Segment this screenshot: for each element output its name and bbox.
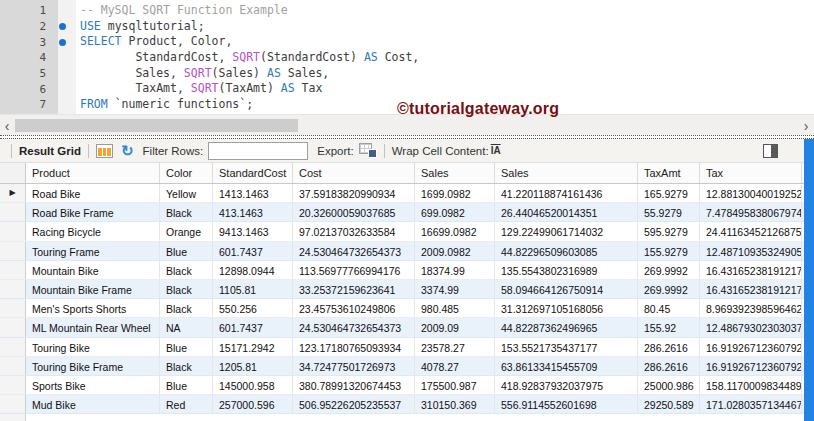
table-cell[interactable]: 31.312697105168056 [495,299,638,317]
table-row[interactable]: Mountain Bike FrameBlack1105.8133.253721… [0,280,804,299]
table-cell[interactable]: Black [160,280,213,298]
table-cell[interactable]: 12.486793023030373 [700,318,802,336]
table-cell[interactable]: 699.0982 [415,203,495,221]
table-cell[interactable]: 23578.27 [415,338,495,356]
code-line[interactable]: Sales, SQRT(Sales) AS Sales, [80,66,419,82]
wrap-cell-content-icon[interactable]: IA [491,145,501,156]
table-cell[interactable]: Blue [160,242,213,260]
column-header[interactable]: StandardCost [213,163,293,183]
table-row[interactable]: Touring BikeBlue15171.2942123.1718076509… [0,338,804,357]
table-cell[interactable]: Black [160,357,213,375]
table-cell[interactable]: 4078.27 [415,357,495,375]
result-grid-icon[interactable] [96,144,113,158]
table-cell[interactable]: 135.5543802316989 [495,261,638,279]
panel-toggle-icon[interactable] [763,144,778,158]
table-row[interactable]: Men's Sports ShortsBlack550.25623.457536… [0,299,804,318]
table-cell[interactable]: 33.25372159623641 [293,280,415,298]
table-row[interactable]: Touring Bike FrameBlack1205.8134.7247750… [0,357,804,376]
table-cell[interactable]: 24.41163452126875 [700,222,802,240]
table-cell[interactable]: 12.88130040019252 [700,184,802,202]
table-row[interactable]: ▶Road BikeYellow1413.146337.591838209909… [0,184,804,203]
table-cell[interactable]: Yellow [160,184,213,202]
table-cell[interactable]: Black [160,203,213,221]
table-cell[interactable]: Sports Bike [26,376,160,394]
table-cell[interactable]: 257000.596 [213,395,293,413]
table-cell[interactable]: 595.9279 [638,222,700,240]
table-cell[interactable]: Touring Bike [26,338,160,356]
table-cell[interactable]: 1205.81 [213,357,293,375]
column-header[interactable]: Cost [293,163,415,183]
code-area[interactable]: -- MySQL SQRT Function ExampleUSE mysqlt… [76,0,419,114]
export-icon[interactable] [359,143,377,158]
table-cell[interactable]: 58.094664126750914 [495,280,638,298]
table-cell[interactable]: 12898.0944 [213,261,293,279]
table-cell[interactable]: 310150.369 [415,395,495,413]
code-line[interactable]: USE mysqltutorial; [80,19,419,35]
table-cell[interactable]: 63.86133415455709 [495,357,638,375]
table-cell[interactable]: 113.56977766994176 [293,261,415,279]
table-cell[interactable]: 37.59183820990934 [293,184,415,202]
table-cell[interactable]: 158.11700098344897 [700,376,802,394]
table-cell[interactable]: Men's Sports Shorts [26,299,160,317]
table-cell[interactable]: 269.9992 [638,261,700,279]
column-header[interactable]: Sales [495,163,638,183]
table-cell[interactable]: 9413.1463 [213,222,293,240]
table-cell[interactable]: 12.487109353249053 [700,242,802,260]
table-cell[interactable]: 980.485 [415,299,495,317]
table-cell[interactable]: 16.431652381912173 [700,280,802,298]
table-cell[interactable]: 18374.99 [415,261,495,279]
row-header[interactable] [0,222,26,240]
column-header[interactable]: Color [160,163,213,183]
table-cell[interactable]: 23.45753610249806 [293,299,415,317]
table-cell[interactable]: 34.72477501726973 [293,357,415,375]
row-header[interactable] [0,376,26,394]
scrollbar-thumb[interactable] [15,119,298,132]
table-row[interactable]: Road Bike FrameBlack413.146320.326000590… [0,203,804,222]
table-cell[interactable]: Blue [160,338,213,356]
table-cell[interactable]: NA [160,318,213,336]
column-header[interactable]: Product [26,163,160,183]
table-row[interactable]: Mountain BikeBlack12898.0944113.56977766… [0,261,804,280]
row-header[interactable]: ▶ [0,184,26,202]
table-cell[interactable]: 16.919267123607924 [700,357,802,375]
table-row[interactable]: ML Mountain Rear WheelNA601.743724.53046… [0,318,804,337]
table-cell[interactable]: 80.45 [638,299,700,317]
table-cell[interactable]: 418.92837932037975 [495,376,638,394]
table-cell[interactable]: 25000.986 [638,376,700,394]
row-header[interactable] [0,299,26,317]
table-cell[interactable]: 1413.1463 [213,184,293,202]
table-cell[interactable]: 175500.987 [415,376,495,394]
table-cell[interactable]: 145000.958 [213,376,293,394]
column-header[interactable]: Sales [415,163,495,183]
table-cell[interactable]: 24.530464732654373 [293,242,415,260]
table-cell[interactable]: 165.9279 [638,184,700,202]
table-cell[interactable]: 123.17180765093934 [293,338,415,356]
table-cell[interactable]: 155.92 [638,318,700,336]
code-line[interactable]: SELECT Product, Color, [80,34,419,50]
row-header[interactable] [0,280,26,298]
table-row[interactable]: Sports BikeBlue145000.958380.78991320674… [0,376,804,395]
table-cell[interactable]: 601.7437 [213,318,293,336]
table-cell[interactable]: 556.9114552601698 [495,395,638,413]
table-cell[interactable]: Mountain Bike Frame [26,280,160,298]
table-cell[interactable]: 16.919267123607924 [700,338,802,356]
table-cell[interactable]: 3374.99 [415,280,495,298]
table-cell[interactable]: 153.5521735437177 [495,338,638,356]
table-cell[interactable]: 16699.0982 [415,222,495,240]
table-cell[interactable]: 29250.589 [638,395,700,413]
table-cell[interactable]: 601.7437 [213,242,293,260]
table-cell[interactable]: 286.2616 [638,357,700,375]
table-cell[interactable]: ML Mountain Rear Wheel [26,318,160,336]
table-cell[interactable]: Black [160,299,213,317]
table-cell[interactable]: 380.78991320674453 [293,376,415,394]
table-cell[interactable]: 171.0280357134467 [700,395,802,413]
scroll-left-icon[interactable]: ‹ [0,115,14,136]
column-header[interactable]: TaxAmt [638,163,700,183]
row-header[interactable] [0,395,26,413]
code-line[interactable]: TaxAmt, SQRT(TaxAmt) AS Tax [80,81,419,97]
table-cell[interactable]: Touring Bike Frame [26,357,160,375]
table-cell[interactable]: Road Bike Frame [26,203,160,221]
code-line[interactable]: StandardCost, SQRT(StandardCost) AS Cost… [80,50,419,66]
table-cell[interactable]: 15171.2942 [213,338,293,356]
table-cell[interactable]: Mountain Bike [26,261,160,279]
